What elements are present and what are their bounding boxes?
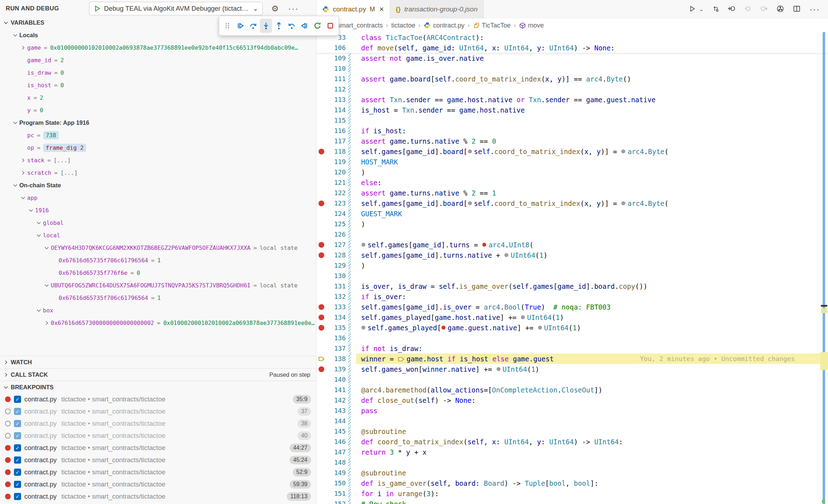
scope-header-row[interactable]: On-chain State: [0, 179, 316, 192]
variable-row[interactable]: UBUTQ6FOG5ZWRCI64DUSX7SA6FOGMUJ7STNQVPAJ…: [0, 279, 316, 292]
inline-breakpoint-candidate-icon[interactable]: [361, 243, 365, 247]
breakpoint-unverified-icon[interactable]: [5, 433, 11, 439]
inline-breakpoint-candidate-icon[interactable]: [504, 253, 508, 257]
breakpoint-icon[interactable]: [5, 396, 11, 402]
gutter[interactable]: 130: [316, 271, 356, 281]
variable-row[interactable]: game_id=2: [0, 54, 316, 66]
variable-row[interactable]: OEYWY64H3D7QK6KCGG6NM2XKKOTZB6BEGZ2P6VAW…: [0, 242, 316, 254]
breakpoint-checkbox[interactable]: [14, 432, 21, 439]
gutter[interactable]: 112: [316, 84, 356, 94]
inline-breakpoint-candidate-icon[interactable]: [361, 326, 365, 330]
gutter[interactable]: 116: [316, 125, 356, 136]
chevron-down-icon[interactable]: [11, 32, 19, 38]
gutter[interactable]: 114: [316, 105, 356, 115]
gutter[interactable]: 120: [316, 167, 356, 177]
more-actions-icon[interactable]: ···: [809, 4, 820, 14]
gutter[interactable]: 139: [316, 364, 356, 374]
gutter[interactable]: 150: [316, 478, 356, 488]
breakpoint-gutter-icon[interactable]: [316, 304, 326, 310]
gutter[interactable]: 125: [316, 219, 356, 229]
breadcrumb[interactable]: oe›smart_contracts›tictactoe›contract.py…: [316, 19, 828, 32]
nav-back-button[interactable]: [728, 5, 735, 14]
chevron-right-icon[interactable]: [19, 45, 27, 51]
continue-button[interactable]: [234, 19, 246, 33]
gutter[interactable]: 123: [316, 198, 356, 208]
breakpoint-icon[interactable]: [5, 457, 11, 463]
code-editor[interactable]: 33class TicTacToe(ARC4Contract):106 def …: [316, 32, 828, 504]
drag-handle-button[interactable]: [221, 19, 233, 33]
breakpoint-checkbox[interactable]: [14, 396, 21, 403]
variable-row[interactable]: x=2: [0, 92, 316, 104]
breakpoints-section-header[interactable]: BREAKPOINTS: [0, 381, 316, 393]
breakpoint-unverified-icon[interactable]: [5, 421, 11, 426]
gutter[interactable]: 129: [316, 260, 356, 271]
inline-breakpoint-icon[interactable]: [482, 243, 486, 247]
breakpoint-row[interactable]: contract.pytictactoe • smart_contracts/t…: [0, 454, 316, 466]
variable-row[interactable]: is_host=0: [0, 79, 316, 92]
step-back-button[interactable]: [286, 19, 298, 33]
gutter[interactable]: 141: [316, 385, 356, 395]
breakpoint-row[interactable]: contract.pytictactoe • smart_contracts/t…: [0, 430, 316, 442]
variable-row[interactable]: 1916: [0, 204, 316, 217]
breakpoint-row[interactable]: contract.pytictactoe • smart_contracts/t…: [0, 490, 316, 503]
chevron-down-icon[interactable]: [42, 282, 51, 288]
inline-breakpoint-candidate-icon[interactable]: [497, 367, 501, 371]
inline-breakpoint-candidate-icon[interactable]: [468, 201, 472, 205]
chevron-down-icon[interactable]: [34, 307, 43, 313]
inline-breakpoint-icon[interactable]: [442, 326, 445, 330]
call-stack-section-header[interactable]: CALL STACK Paused on step: [0, 368, 316, 381]
gutter[interactable]: 149: [316, 468, 356, 478]
breakpoint-checkbox[interactable]: [14, 469, 21, 476]
breadcrumb-item-move[interactable]: move: [519, 22, 544, 29]
tab-transaction-group-0.json[interactable]: {}transaction-group-0.json: [390, 0, 484, 19]
variable-row[interactable]: y=0: [0, 104, 316, 117]
restart-button[interactable]: [311, 19, 324, 33]
breakpoint-gutter-icon[interactable]: [316, 315, 326, 320]
gutter[interactable]: 109: [316, 53, 356, 63]
gutter[interactable]: 119: [316, 157, 356, 167]
inline-breakpoint-candidate-icon[interactable]: [621, 149, 625, 153]
gutter[interactable]: 144: [316, 416, 356, 426]
breakpoint-row[interactable]: contract.pytictactoe • smart_contracts/t…: [0, 442, 316, 454]
nav-prev-button[interactable]: [744, 5, 751, 14]
chevron-down-icon[interactable]: [11, 120, 19, 126]
step-over-button[interactable]: [247, 19, 259, 33]
gutter[interactable]: 121: [316, 177, 356, 188]
gutter[interactable]: 115: [316, 115, 356, 125]
breakpoint-row[interactable]: contract.pytictactoe • smart_contracts/t…: [0, 405, 316, 417]
gutter[interactable]: 135: [316, 322, 356, 333]
gutter[interactable]: 111: [316, 74, 356, 84]
gutter[interactable]: 136: [316, 333, 356, 343]
breakpoint-gutter-icon[interactable]: [316, 325, 326, 331]
gutter[interactable]: 132: [316, 291, 356, 302]
variable-row[interactable]: 0x67616d65735f776f6e=0: [0, 267, 316, 279]
gutter[interactable]: 151: [316, 488, 356, 499]
variable-row[interactable]: local: [0, 229, 316, 242]
breakpoint-row[interactable]: contract.pytictactoe • smart_contracts/t…: [0, 393, 316, 405]
breakpoint-gutter-icon[interactable]: [316, 201, 326, 206]
gutter[interactable]: 117: [316, 136, 356, 146]
inline-breakpoint-candidate-icon[interactable]: [538, 326, 542, 330]
breakpoint-unverified-icon[interactable]: [5, 409, 11, 414]
breakpoint-gutter-icon[interactable]: [316, 149, 326, 154]
gutter[interactable]: 145: [316, 426, 356, 436]
breakpoint-gutter-icon[interactable]: [316, 252, 326, 258]
current-step-gutter-icon[interactable]: [316, 356, 326, 362]
chevron-down-icon[interactable]: [11, 182, 19, 188]
breakpoint-checkbox[interactable]: [14, 456, 21, 464]
close-icon[interactable]: ×: [379, 5, 384, 14]
gutter[interactable]: 143: [316, 405, 356, 416]
split-editor-button[interactable]: [793, 5, 800, 14]
chevron-down-icon[interactable]: [34, 220, 43, 226]
gutter[interactable]: 138: [316, 354, 356, 364]
stop-button[interactable]: [324, 19, 336, 33]
gutter[interactable]: 128: [316, 250, 356, 260]
breakpoint-icon[interactable]: [5, 481, 11, 487]
gutter[interactable]: 127: [316, 239, 356, 250]
nav-next-button[interactable]: [760, 5, 768, 14]
more-actions-icon[interactable]: ···: [288, 4, 299, 14]
watch-section-header[interactable]: WATCH: [0, 356, 316, 368]
gear-icon[interactable]: ⚙: [271, 4, 279, 14]
inline-breakpoint-candidate-icon[interactable]: [621, 201, 625, 205]
breakpoint-checkbox[interactable]: [14, 493, 21, 500]
